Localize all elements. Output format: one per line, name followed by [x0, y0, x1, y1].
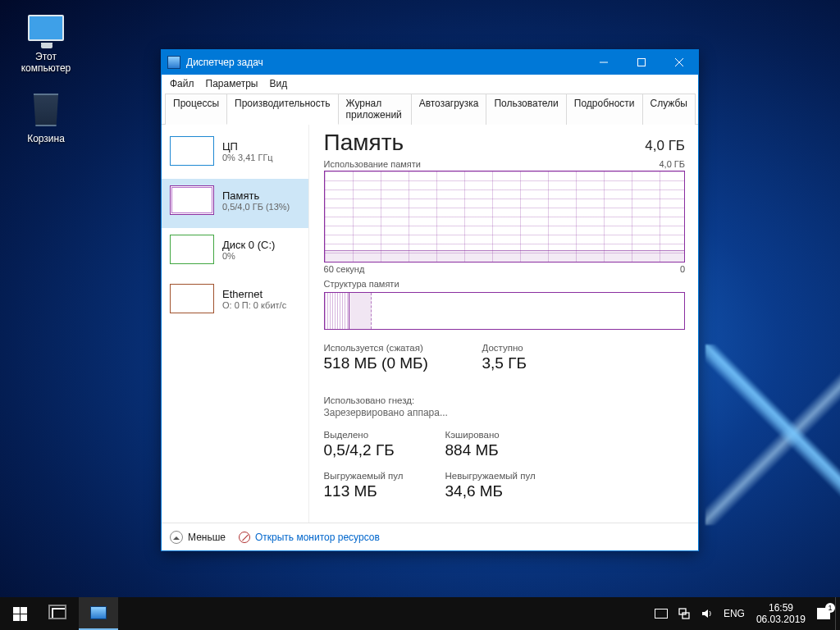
monitor-icon: [28, 15, 64, 41]
memory-usage-chart[interactable]: [324, 171, 685, 262]
desktop-icon-this-pc[interactable]: Этот компьютер: [15, 8, 77, 74]
segment-free: [372, 293, 685, 329]
maximize-button[interactable]: [623, 50, 660, 75]
desktop[interactable]: Этот компьютер Корзина Диспетчер задач Ф…: [0, 0, 840, 630]
clock-time: 16:59: [756, 602, 806, 614]
tab-details[interactable]: Подробности: [566, 94, 643, 125]
composition-label: Структура памяти: [324, 279, 399, 289]
sidebar-item-sub: 0%: [222, 251, 275, 261]
notification-badge: 1: [825, 603, 835, 613]
minimize-button[interactable]: [585, 50, 623, 75]
taskbar-app-taskmgr[interactable]: [79, 597, 118, 630]
task-view-button[interactable]: [39, 597, 79, 630]
disk-thumb-icon: [170, 235, 214, 264]
memory-panel: Память 4,0 ГБ Использование памяти 4,0 Г…: [309, 125, 698, 523]
open-resource-monitor-link[interactable]: Открыть монитор ресурсов: [239, 532, 380, 543]
stat-value: 518 МБ (0 МБ): [324, 354, 459, 372]
stat-label: Использовано гнезд:: [324, 395, 455, 405]
window-title: Диспетчер задач: [186, 57, 263, 68]
tab-app-history[interactable]: Журнал приложений: [338, 94, 412, 125]
tab-processes[interactable]: Процессы: [165, 94, 227, 125]
x-axis-right: 0: [680, 264, 685, 274]
x-axis-left: 60 секунд: [324, 264, 365, 274]
fewer-details-button[interactable]: Меньше: [170, 531, 226, 544]
menu-view[interactable]: Вид: [269, 78, 287, 89]
taskbar[interactable]: ENG 16:59 06.03.2019 1: [0, 597, 840, 630]
stat-value: 884 МБ: [445, 441, 536, 459]
tab-users[interactable]: Пользователи: [486, 94, 566, 125]
taskmgr-icon: [90, 606, 107, 619]
desktop-icon-label: Корзина: [15, 133, 77, 144]
titlebar[interactable]: Диспетчер задач: [162, 50, 698, 75]
segment-in-use: [325, 293, 350, 329]
panel-title: Память: [324, 130, 404, 156]
stat-label: Невыгружаемый пул: [445, 471, 536, 481]
menu-options[interactable]: Параметры: [206, 78, 258, 89]
sidebar-item-label: Диск 0 (C:): [222, 239, 275, 251]
stat-label: Используется (сжатая): [324, 343, 459, 353]
ethernet-thumb-icon: [170, 284, 214, 313]
task-view-icon: [52, 608, 66, 619]
window-footer: Меньше Открыть монитор ресурсов: [162, 523, 698, 550]
stat-label: Выгружаемый пул: [324, 471, 422, 481]
action-center-button[interactable]: 1: [812, 597, 835, 630]
memory-thumb-icon: [170, 185, 214, 215]
graph-max: 4,0 ГБ: [659, 159, 685, 169]
chevron-up-icon: [170, 531, 183, 544]
sidebar-item-cpu[interactable]: ЦП 0% 3,41 ГГц: [162, 130, 308, 179]
tray-app-icon[interactable]: [650, 597, 673, 630]
network-icon[interactable]: [673, 597, 696, 630]
sidebar-item-memory[interactable]: Память 0,5/4,0 ГБ (13%): [162, 179, 308, 228]
bin-icon: [31, 94, 61, 126]
clock-date: 06.03.2019: [756, 614, 806, 625]
tab-startup[interactable]: Автозагрузка: [411, 94, 487, 125]
generic-tray-icon: [655, 609, 668, 619]
stat-value: Зарезервировано аппара...: [324, 407, 455, 418]
menu-file[interactable]: Файл: [170, 78, 194, 89]
task-manager-window: Диспетчер задач Файл Параметры Вид Проце…: [161, 49, 699, 551]
stat-label: Выделено: [324, 430, 422, 440]
resmon-label: Открыть монитор ресурсов: [255, 532, 380, 543]
memory-capacity: 4,0 ГБ: [645, 138, 685, 154]
desktop-icon-recycle-bin[interactable]: Корзина: [15, 90, 77, 144]
resmon-icon: [239, 532, 250, 543]
tab-services[interactable]: Службы: [642, 94, 696, 125]
sidebar-item-sub: 0,5/4,0 ГБ (13%): [222, 202, 290, 212]
sidebar-item-disk[interactable]: Диск 0 (C:) 0%: [162, 228, 308, 277]
start-button[interactable]: [0, 597, 39, 630]
chart-fill: [325, 250, 684, 262]
stat-value: 0,5/4,2 ГБ: [324, 441, 422, 459]
cpu-thumb-icon: [170, 136, 214, 166]
stat-label: Кэшировано: [445, 430, 536, 440]
close-button[interactable]: [660, 50, 698, 75]
volume-icon[interactable]: [696, 597, 719, 630]
language-indicator[interactable]: ENG: [719, 608, 750, 619]
sidebar-item-sub: О: 0 П: 0 кбит/с: [222, 300, 286, 310]
svg-rect-0: [638, 59, 646, 66]
sidebar-item-label: ЦП: [222, 140, 273, 153]
resource-list: ЦП 0% 3,41 ГГц Память 0,5/4,0 ГБ (13%) Д…: [162, 125, 309, 523]
memory-composition[interactable]: [324, 292, 685, 330]
sidebar-item-ethernet[interactable]: Ethernet О: 0 П: 0 кбит/с: [162, 277, 308, 326]
stat-label: Доступно: [482, 343, 573, 353]
sidebar-item-label: Память: [222, 189, 290, 202]
stat-value: 3,5 ГБ: [482, 354, 573, 372]
tabs: Процессы Производительность Журнал прило…: [162, 93, 698, 125]
fewer-details-label: Меньше: [188, 532, 226, 543]
stat-value: 113 МБ: [324, 482, 422, 500]
graph-label: Использование памяти: [324, 159, 421, 169]
app-icon: [167, 56, 180, 69]
segment-modified: [349, 293, 371, 329]
show-desktop-button[interactable]: [835, 597, 840, 630]
sidebar-item-sub: 0% 3,41 ГГц: [222, 153, 273, 162]
clock[interactable]: 16:59 06.03.2019: [750, 602, 812, 625]
sidebar-item-label: Ethernet: [222, 288, 286, 300]
desktop-icon-label: Этот компьютер: [15, 51, 77, 74]
menubar: Файл Параметры Вид: [162, 75, 698, 93]
stat-value: 34,6 МБ: [445, 482, 536, 500]
windows-icon: [13, 607, 27, 621]
tab-performance[interactable]: Производительность: [226, 94, 338, 125]
